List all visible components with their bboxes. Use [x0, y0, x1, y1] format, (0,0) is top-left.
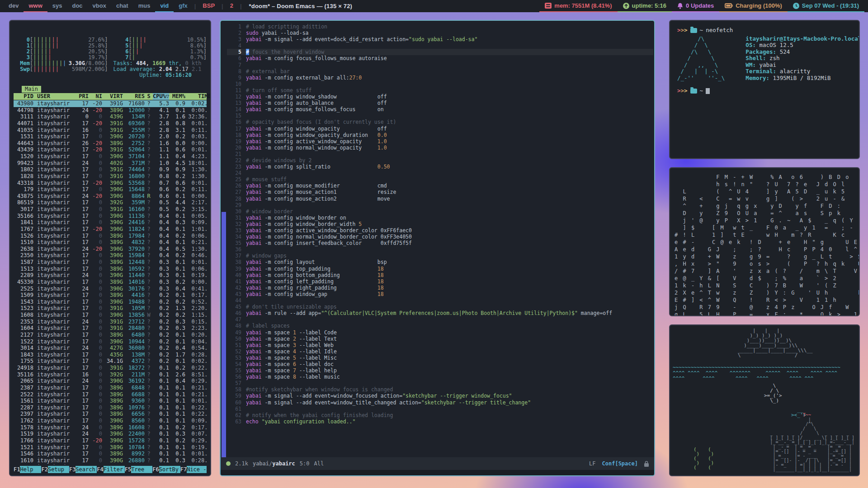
workspace-item-doc[interactable]: doc: [67, 0, 87, 12]
process-table[interactable]: 43980itaysharir17-20391G71680?5.30.90:02…: [14, 100, 207, 465]
process-row[interactable]: 2127itaysharir170389G6480?0.20.10:20.00: [14, 332, 207, 338]
process-row[interactable]: 1531itaysharir170390G20720?2.00.20:03.00: [14, 133, 207, 140]
fkey-f3[interactable]: F3Search: [69, 466, 97, 473]
emacs-window[interactable]: 1# load scriptting adittion2sudo yabai -…: [220, 20, 655, 476]
aquarium-terminal-window[interactable]: | | | )_) )_) )_) )___))___))__)\ )____)…: [669, 324, 860, 476]
process-row[interactable]: 1510itaysharir170389G4832?0.40.10:21.00: [14, 239, 207, 246]
process-row[interactable]: 1604itaysharir170391G28480?0.20.32:23.00: [14, 325, 207, 332]
process-row[interactable]: 99423itaysharir240402G371M?1.04.518:01.0…: [14, 160, 207, 167]
major-mode[interactable]: Conf[Space]: [602, 460, 638, 467]
column-header-virt[interactable]: VIRT: [102, 93, 123, 100]
process-row[interactable]: 2638itaysharir24-20390G37920?0.40.51:30.…: [14, 246, 207, 253]
process-row[interactable]: 1755itaysharir17034.1G4372?0.20.10:02.00: [14, 358, 207, 365]
process-row[interactable]: 2397itaysharir170389G6656?0.10.10:22.00: [14, 411, 207, 418]
workspace-item-vbox[interactable]: vbox: [88, 0, 111, 12]
status-module-memory[interactable]: mem: 7551M (8.41%): [539, 0, 617, 12]
process-row[interactable]: 2289itaysharir240390G11440?0.30.10:19.00: [14, 272, 207, 279]
column-header-ni[interactable]: NI: [89, 93, 102, 100]
emacs-scrollbar[interactable]: [222, 212, 226, 457]
process-row[interactable]: 2522itaysharir170389G6688?0.10.10:21.00: [14, 391, 207, 398]
matrix-terminal-window[interactable]: F M - + W % A o 6 ) B D o N d h s ! n " …: [669, 167, 860, 316]
column-header-res[interactable]: RES: [123, 93, 145, 100]
status-module-battery[interactable]: Charging (100%): [719, 0, 788, 12]
process-row[interactable]: 1675itaysharir240391G133M?0.11.61:44.00: [14, 464, 207, 465]
process-row[interactable]: 44643itaysharir26-20389G2752?1.60.00:00.…: [14, 140, 207, 147]
process-row[interactable]: 35116itaysharir160392G211M?0.12.68:51.00: [14, 371, 207, 378]
process-row[interactable]: 1762itaysharir170390G8560?0.10.10:09.00: [14, 418, 207, 424]
process-row[interactable]: 1766itaysharir17-20390G15728?0.10.20:29.…: [14, 437, 207, 444]
process-row[interactable]: 1519itaysharir240390G22400?0.10.30:07.00: [14, 431, 207, 437]
process-table-header[interactable]: PIDUSERPRINIVIRTRESSCPU%▽MEM%TIME+: [14, 93, 207, 100]
emacs-buffer[interactable]: 1# load scriptting adittion2sudo yabai -…: [227, 22, 653, 456]
process-row[interactable]: 1828itaysharir170391G16800?0.80.21:30.00: [14, 173, 207, 180]
process-row[interactable]: 2387itaysharir170389G6848?0.10.10:21.00: [14, 385, 207, 391]
layout-mode-indicator[interactable]: BSP: [198, 0, 220, 12]
active-workspace-number[interactable]: 2: [225, 0, 238, 12]
column-header-pid[interactable]: PID: [14, 93, 33, 100]
shell-prompt[interactable]: >>> ~: [677, 88, 852, 94]
process-row[interactable]: 1520itaysharir170390G37104?1.10.44:23.00: [14, 153, 207, 160]
process-row[interactable]: 2353itaysharir240391G23712?0.20.30:15.00: [14, 319, 207, 325]
process-row[interactable]: 35166itaysharir170390G11136?0.40.10:05.0…: [14, 213, 207, 220]
fkey-f6[interactable]: F6SortBy: [152, 466, 180, 473]
process-row[interactable]: 1802itaysharir170391G74464?0.90.91:30.00: [14, 166, 207, 173]
workspace-item-mus[interactable]: mus: [133, 0, 156, 12]
process-row[interactable]: 1526itaysharir170389G17984?0.40.20:06.00: [14, 233, 207, 239]
process-row[interactable]: 43980itaysharir17-20391G71680?5.30.90:02…: [14, 100, 207, 107]
process-row[interactable]: 1543itaysharir170390G19488?0.20.20:52.00: [14, 299, 207, 305]
status-module-bell[interactable]: 0 Updates: [672, 0, 719, 12]
htop-tab-main[interactable]: Main: [22, 86, 41, 93]
process-row[interactable]: 43318itaysharir17-20390G53568?0.70.60:01…: [14, 180, 207, 187]
fkey-f1[interactable]: F1Help: [14, 466, 41, 473]
process-row[interactable]: 44798itaysharir24-20389G12000?4.10.10:00…: [14, 107, 207, 114]
htop-function-key-bar[interactable]: F1Help F2SetupF3SearchF4FilterF5Tree F6S…: [14, 466, 207, 473]
fkey-f7[interactable]: F7Nice -: [180, 466, 207, 473]
workspace-item-gfx[interactable]: gfx: [174, 0, 193, 12]
process-row[interactable]: 1587itaysharir170389G12448?0.30.10:01.00: [14, 259, 207, 266]
fkey-f5[interactable]: F5Tree: [125, 466, 152, 473]
process-row[interactable]: 86519itaysharir170392G359M?0.54.42:17.00: [14, 199, 207, 206]
process-row[interactable]: 179itaysharir170390G15648?0.60.20:11.00: [14, 186, 207, 193]
process-row[interactable]: 1509itaysharir170389G4416?0.20.10:17.00: [14, 292, 207, 299]
process-row[interactable]: 1841itaysharir170390G24416?0.40.30:09.00: [14, 219, 207, 226]
neofetch-terminal-window[interactable]: >>> ~ neofetch /\ / \ /\ \ / \ / ,, \ / …: [669, 20, 860, 159]
process-row[interactable]: 2065itaysharir240390G36192?0.10.40:29.00: [14, 378, 207, 385]
process-row[interactable]: 1767itaysharir17-20390G11824?0.40.11:01.…: [14, 226, 207, 233]
process-row[interactable]: 2287itaysharir170389G10976?0.10.10:22.00: [14, 404, 207, 411]
workspace-item-chat[interactable]: chat: [111, 0, 133, 12]
process-row[interactable]: 2350itaysharir170390G15984?0.40.20:46.00: [14, 252, 207, 259]
column-header-user[interactable]: USER: [33, 93, 75, 100]
process-row[interactable]: 44071itaysharir17-20391G69360?2.80.80:01…: [14, 120, 207, 127]
process-row[interactable]: 1521itaysharir170389G10784?0.10.10:19.00: [14, 444, 207, 451]
process-row[interactable]: 1513itaysharir170389G10592?0.30.10:06.00: [14, 266, 207, 272]
workspace-item-dev[interactable]: dev: [4, 0, 24, 12]
process-row[interactable]: 43439itaysharir17-20391G52064?1.10.60:01…: [14, 146, 207, 153]
fkey-f2[interactable]: F2Setup: [41, 466, 69, 473]
status-module-uptime[interactable]: uptime: 5:16: [618, 0, 672, 12]
workspace-item-www[interactable]: www: [24, 0, 47, 12]
process-row[interactable]: 3017itaysharir170391G16160?0.50.23:15.00: [14, 206, 207, 213]
process-row[interactable]: 3014itaysharir240427G36080?0.20.40:54.00: [14, 345, 207, 352]
process-row[interactable]: 45330itaysharir170389G14016?0.30.20:00.0…: [14, 279, 207, 286]
column-header-s[interactable]: S: [145, 93, 153, 100]
process-row[interactable]: 43875itaysharir24-20390G8864R0.60.10:00.…: [14, 193, 207, 200]
process-row[interactable]: 1561itaysharir170389G9360?0.10.10:01.00: [14, 398, 207, 404]
process-row[interactable]: 1523itaysharir170391G105M?0.21.32:20.00: [14, 305, 207, 312]
process-row[interactable]: 1578itaysharir240389G16608?0.10.20:17.00: [14, 424, 207, 431]
process-row[interactable]: 2525itaysharir240390G30176?0.30.40:41.00: [14, 286, 207, 292]
column-header-time[interactable]: TIME+: [185, 93, 211, 100]
process-row[interactable]: 1546itaysharir170389G8992?0.10.10:01.00: [14, 450, 207, 457]
status-module-clock[interactable]: Sep 07 Wed - (19:31): [788, 0, 864, 12]
column-header-pri[interactable]: PRI: [75, 93, 89, 100]
column-header-mem[interactable]: MEM%: [169, 93, 185, 100]
column-header-cpu[interactable]: CPU%▽: [153, 93, 169, 100]
process-row[interactable]: 1522itaysharir170390G10944?0.20.10:04.00: [14, 338, 207, 345]
process-row[interactable]: 41035itaysharir160391G255M?2.83.10:11.00: [14, 127, 207, 134]
workspace-item-vid[interactable]: vid: [155, 0, 174, 12]
process-row[interactable]: 1610itaysharir170390G26880?0.10.30:28.00: [14, 457, 207, 464]
process-row[interactable]: 1608itaysharir170390G13856W0.20.21:15.00: [14, 312, 207, 319]
process-row[interactable]: 3111itaysharir00439G134M?3.71.632:36.00: [14, 113, 207, 120]
emacs-modeline[interactable]: 2.1k yabai/yabairc 5:0 All LF Conf[Space…: [221, 457, 654, 470]
process-row[interactable]: 24918itaysharir170391G18272?0.10.20:22.0…: [14, 365, 207, 371]
process-row[interactable]: 1843itaysharir170435G138M?0.21.70:28.00: [14, 352, 207, 358]
